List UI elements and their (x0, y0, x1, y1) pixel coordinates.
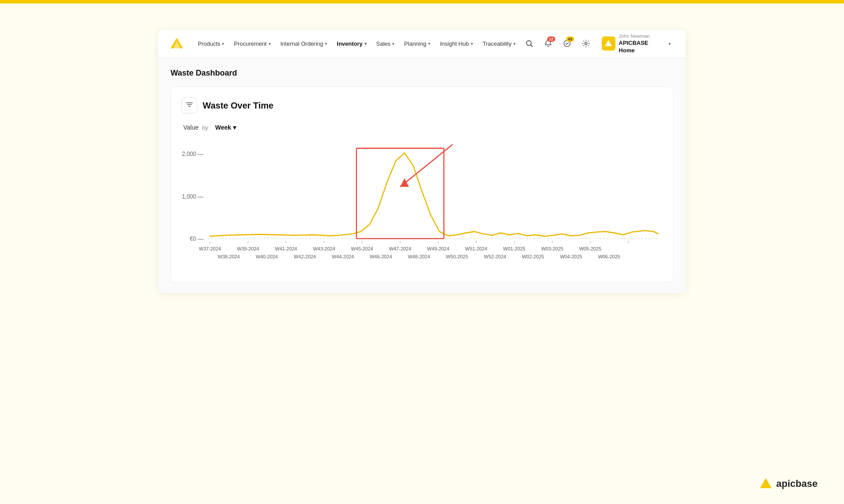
chevron-down-icon: ▾ (392, 41, 394, 46)
page-content: Waste Dashboard Waste Over Time Value by (158, 58, 686, 293)
svg-text:W51-2024: W51-2024 (465, 246, 487, 251)
tasks-badge: 43 (566, 36, 574, 42)
svg-text:W01-2025: W01-2025 (503, 246, 525, 251)
app-container: Products ▾ Procurement ▾ Internal Orderi… (158, 30, 686, 293)
nav-item-sales[interactable]: Sales ▾ (372, 37, 399, 51)
navbar: Products ▾ Procurement ▾ Internal Orderi… (158, 30, 686, 58)
svg-text:W03-2025: W03-2025 (541, 246, 563, 251)
svg-text:W50-2025: W50-2025 (446, 254, 468, 259)
week-chevron-icon: ▾ (233, 124, 236, 131)
nav-item-internal-ordering[interactable]: Internal Ordering ▾ (276, 37, 332, 51)
chart-area: €2,000 — €1,000 — €0 — (182, 140, 662, 272)
svg-text:W39-2024: W39-2024 (237, 246, 259, 251)
svg-text:W48-2024: W48-2024 (408, 254, 430, 259)
user-chevron-icon: ▾ (669, 41, 671, 46)
svg-marker-6 (605, 40, 612, 46)
nav-item-insight-hub[interactable]: Insight Hub ▾ (436, 37, 477, 51)
svg-text:€0 —: €0 — (190, 236, 204, 243)
filter-button[interactable] (182, 98, 197, 113)
svg-text:W06-2025: W06-2025 (598, 254, 620, 259)
annotation-arrow (400, 145, 452, 187)
svg-line-12 (400, 145, 452, 187)
nav-item-procurement[interactable]: Procurement ▾ (229, 37, 275, 51)
week-select[interactable]: Week ▾ (212, 122, 240, 133)
settings-button[interactable] (578, 36, 594, 51)
notifications-button[interactable]: 12 (541, 36, 556, 51)
nav-right: 12 43 (522, 30, 675, 57)
svg-text:W38-2024: W38-2024 (218, 254, 240, 259)
svg-text:W41-2024: W41-2024 (275, 246, 297, 251)
chart-header: Waste Over Time (182, 98, 662, 113)
page-wrapper: Products ▾ Procurement ▾ Internal Orderi… (0, 4, 844, 504)
svg-line-3 (531, 45, 533, 47)
value-label: Value (183, 124, 199, 131)
brand-name-label: apicbase (776, 478, 818, 489)
nav-item-planning[interactable]: Planning ▾ (400, 37, 435, 51)
chevron-down-icon: ▾ (428, 41, 430, 46)
user-name-label: John Newman (619, 33, 664, 39)
svg-point-5 (585, 43, 587, 45)
chevron-down-icon: ▾ (513, 41, 516, 46)
user-area[interactable]: John Newman APICBASE Home ▾ (597, 30, 675, 57)
svg-text:W37-2024: W37-2024 (199, 246, 221, 251)
top-bar (0, 0, 844, 4)
svg-text:W43-2024: W43-2024 (313, 246, 335, 251)
svg-text:W42-2024: W42-2024 (294, 254, 316, 259)
svg-text:W49-2024: W49-2024 (427, 246, 449, 251)
by-label: by (202, 124, 208, 131)
filter-icon (186, 102, 193, 109)
svg-text:W52-2024: W52-2024 (484, 254, 506, 259)
svg-text:W46-2024: W46-2024 (370, 254, 392, 259)
chart-title: Waste Over Time (203, 101, 273, 111)
search-button[interactable] (522, 36, 537, 51)
svg-text:€1,000 —: €1,000 — (182, 193, 204, 200)
search-icon (525, 40, 533, 47)
nav-item-products[interactable]: Products ▾ (193, 37, 229, 51)
svg-text:W05-2025: W05-2025 (579, 246, 601, 251)
svg-text:€2,000 —: €2,000 — (182, 151, 204, 158)
nav-item-traceability[interactable]: Traceability ▾ (478, 37, 520, 51)
bottom-brand: apicbase (759, 477, 818, 491)
tasks-button[interactable]: 43 (560, 36, 575, 51)
user-org-label: APICBASE Home (619, 40, 664, 54)
gear-icon (582, 40, 590, 47)
notification-badge: 12 (547, 36, 555, 42)
chart-controls: Value by Week ▾ (182, 122, 662, 133)
chart-card: Waste Over Time Value by Week ▾ €2,000 — (171, 87, 673, 283)
chevron-down-icon: ▾ (269, 41, 271, 46)
avatar (602, 36, 615, 51)
chevron-down-icon: ▾ (325, 41, 327, 46)
user-info: John Newman APICBASE Home (619, 33, 664, 54)
svg-marker-48 (760, 478, 771, 488)
svg-text:W44-2024: W44-2024 (332, 254, 354, 259)
chevron-down-icon: ▾ (364, 41, 367, 46)
chevron-down-icon: ▾ (222, 41, 224, 46)
apicbase-logo-icon (169, 36, 185, 52)
nav-items: Products ▾ Procurement ▾ Internal Orderi… (193, 37, 520, 51)
logo-area[interactable] (169, 36, 185, 52)
svg-text:W47-2024: W47-2024 (389, 246, 411, 251)
svg-point-2 (527, 41, 531, 46)
apicbase-avatar-icon (604, 39, 613, 48)
svg-marker-13 (400, 178, 409, 187)
waste-over-time-chart: €2,000 — €1,000 — €0 — (182, 140, 662, 272)
page-title: Waste Dashboard (171, 69, 673, 78)
brand-logo-icon (759, 477, 773, 491)
svg-text:W45-2024: W45-2024 (351, 246, 373, 251)
nav-item-inventory[interactable]: Inventory ▾ (332, 37, 371, 51)
chevron-down-icon: ▾ (471, 41, 473, 46)
svg-text:W04-2025: W04-2025 (560, 254, 582, 259)
svg-text:W02-2025: W02-2025 (522, 254, 544, 259)
svg-text:W40-2024: W40-2024 (256, 254, 278, 259)
